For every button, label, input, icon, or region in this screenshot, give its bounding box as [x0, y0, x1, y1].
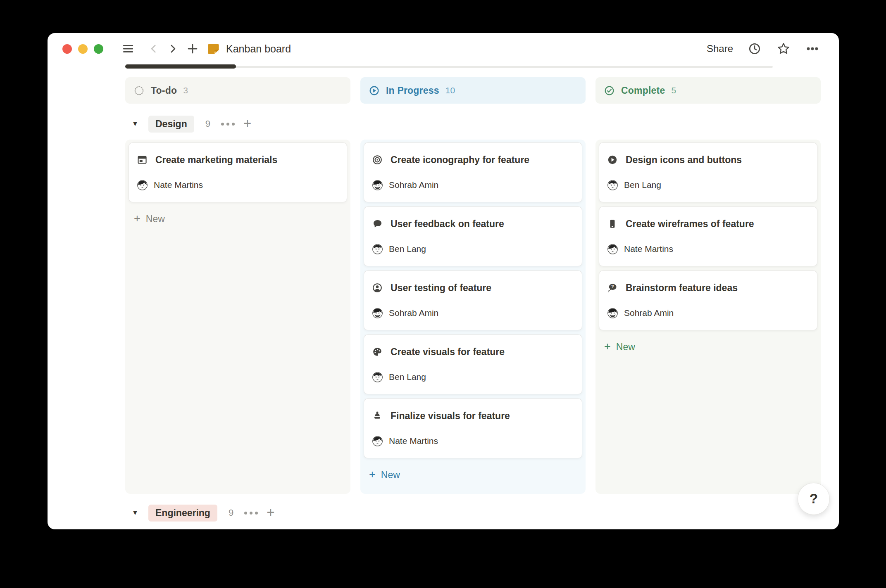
sohrab-amin-avatar	[607, 308, 618, 319]
layout-icon	[137, 154, 148, 165]
card-title: Brainstorm feature ideas	[626, 282, 738, 294]
phone-icon	[607, 218, 618, 229]
group-more-icon[interactable]	[221, 123, 235, 126]
clock-icon[interactable]	[747, 41, 762, 56]
back-icon[interactable]	[146, 41, 161, 56]
group-row-engineering: ▼ Engineering 9 +	[125, 504, 274, 522]
column-todo: To-do 3 Create marketing materialsNate M…	[125, 77, 350, 104]
svg-text:?: ?	[611, 284, 614, 289]
plus-icon: +	[369, 469, 376, 480]
card-title: User testing of feature	[391, 282, 491, 294]
card-title: Create marketing materials	[155, 154, 277, 166]
plus-icon: +	[604, 341, 611, 352]
card-assignee: Ben Lang	[389, 244, 426, 254]
column-todo-cards: Create marketing materialsNate Martins +…	[125, 140, 350, 494]
group-pill-design[interactable]: Design	[148, 116, 194, 133]
palette-icon	[372, 346, 383, 357]
group-count: 9	[229, 507, 233, 518]
kanban-card[interactable]: ?Brainstorm feature ideasSohrab Amin	[599, 270, 817, 330]
new-card-button[interactable]: + New	[129, 210, 347, 228]
kanban-card[interactable]: Create iconography for featureSohrab Ami…	[364, 142, 582, 202]
more-icon[interactable]	[805, 41, 820, 56]
group-row-design: ▼ Design 9 +	[125, 115, 251, 133]
new-card-button[interactable]: + New	[599, 338, 817, 356]
paintbrush-icon	[372, 410, 383, 421]
sohrab-amin-avatar	[372, 180, 383, 191]
column-header-in-progress[interactable]: In Progress 10	[360, 77, 586, 104]
card-assignee: Ben Lang	[624, 180, 661, 190]
titlebar: Kanban board Share	[48, 33, 839, 64]
column-header-todo[interactable]: To-do 3	[125, 77, 350, 104]
star-icon[interactable]	[776, 41, 791, 56]
sohrab-amin-avatar	[372, 308, 383, 319]
card-assignee: Nate Martins	[624, 244, 673, 254]
titlebar-actions: Share	[707, 41, 820, 56]
kanban-card[interactable]: Design icons and buttonsBen Lang	[599, 142, 817, 202]
page-title: Kanban board	[226, 43, 291, 55]
nate-martins-avatar	[607, 244, 618, 255]
target-icon	[372, 154, 383, 165]
group-pill-engineering[interactable]: Engineering	[148, 505, 217, 522]
dashed-circle-icon	[133, 85, 145, 96]
app-window: Kanban board Share ▼ Design 9 + To-do 3	[48, 33, 839, 529]
kanban-card[interactable]: User testing of featureSohrab Amin	[364, 270, 582, 330]
plus-icon: +	[134, 213, 141, 224]
card-title: Create visuals for feature	[391, 346, 505, 358]
column-complete: Complete 5 Design icons and buttonsBen L…	[595, 77, 821, 104]
help-button[interactable]: ?	[798, 483, 830, 515]
nate-martins-avatar	[137, 180, 148, 191]
ben-lang-avatar	[372, 244, 383, 255]
new-page-icon[interactable]	[185, 41, 200, 56]
column-label: To-do	[151, 85, 177, 96]
play-circle-outline-icon	[369, 85, 380, 96]
desktop: { "window": { "traffic_lights": [ {"name…	[0, 0, 886, 588]
kanban-card[interactable]: User feedback on featureBen Lang	[364, 206, 582, 266]
group-more-icon[interactable]	[244, 512, 258, 514]
ben-lang-avatar	[372, 372, 383, 383]
play-circle-icon	[607, 154, 618, 165]
card-title: Finalize visuals for feature	[391, 410, 510, 422]
forward-icon[interactable]	[165, 41, 180, 56]
card-assignee: Nate Martins	[154, 180, 203, 190]
column-count: 5	[671, 85, 676, 95]
card-title: Design icons and buttons	[626, 154, 742, 166]
menu-icon[interactable]	[121, 41, 136, 56]
card-assignee: Sohrab Amin	[624, 308, 674, 318]
column-header-complete[interactable]: Complete 5	[595, 77, 821, 104]
collapse-triangle-icon[interactable]: ▼	[132, 509, 148, 517]
card-title: User feedback on feature	[391, 218, 504, 230]
new-card-label: New	[381, 469, 400, 481]
card-assignee: Ben Lang	[389, 372, 426, 382]
share-button[interactable]: Share	[707, 43, 733, 55]
speech-bubble-icon	[372, 218, 383, 229]
board-scrollbar-thumb[interactable]	[125, 64, 236, 69]
new-card-label: New	[146, 213, 165, 225]
close-button[interactable]	[62, 44, 72, 54]
collapse-triangle-icon[interactable]: ▼	[132, 120, 148, 128]
user-circle-icon	[372, 282, 383, 293]
kanban-card[interactable]: Create marketing materialsNate Martins	[129, 142, 347, 202]
column-label: Complete	[621, 85, 665, 96]
column-complete-cards: Design icons and buttonsBen LangCreate w…	[595, 140, 821, 494]
card-assignee: Nate Martins	[389, 436, 438, 446]
check-circle-icon	[604, 85, 615, 96]
new-card-button[interactable]: + New	[364, 466, 582, 484]
new-card-label: New	[616, 341, 635, 353]
zoom-button[interactable]	[94, 44, 103, 54]
card-assignee: Sohrab Amin	[389, 180, 438, 190]
page-icon	[206, 41, 221, 56]
group-add-icon[interactable]: +	[267, 505, 274, 519]
kanban-card[interactable]: Create visuals for featureBen Lang	[364, 334, 582, 394]
thought-question-icon: ?	[607, 282, 618, 293]
kanban-card[interactable]: Finalize visuals for featureNate Martins	[364, 398, 582, 458]
kanban-card[interactable]: Create wireframes of featureNate Martins	[599, 206, 817, 266]
column-count: 10	[445, 85, 455, 95]
group-add-icon[interactable]: +	[243, 116, 251, 130]
minimize-button[interactable]	[78, 44, 88, 54]
nate-martins-avatar	[372, 436, 383, 447]
card-title: Create iconography for feature	[391, 154, 529, 166]
column-label: In Progress	[386, 85, 439, 96]
group-count: 9	[205, 119, 210, 129]
column-in-progress-cards: Create iconography for featureSohrab Ami…	[360, 140, 586, 494]
column-count: 3	[183, 85, 188, 95]
